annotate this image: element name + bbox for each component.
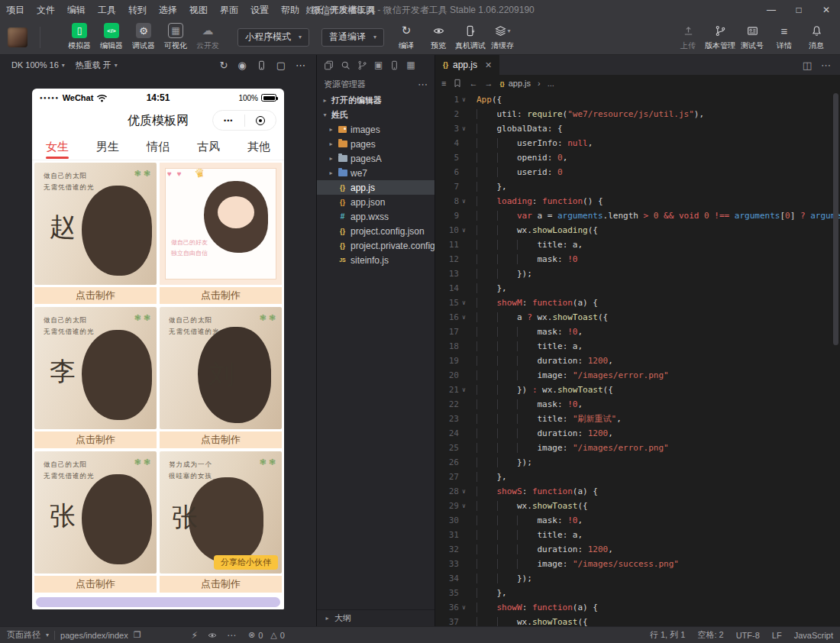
toolbar-version-button[interactable]: 版本管理 [704,23,736,51]
maximize-icon[interactable]: □ [785,0,813,20]
indent-setting[interactable]: 空格: 2 [697,629,723,641]
toolbar-debugger-button[interactable]: ⚙调试器 [128,23,160,51]
fold-icon[interactable]: ∨ [459,296,469,310]
fold-icon[interactable]: ∨ [459,121,469,136]
eol[interactable]: LF [772,631,782,640]
breadcrumb-file[interactable]: {} app.js [499,79,531,88]
toolbar-upload-button[interactable]: 上传 [672,23,704,51]
grid-icon[interactable]: ▦ [406,60,415,69]
hot-reload-toggle[interactable]: 热重载 开 ▾ [70,60,123,71]
menu-item[interactable]: 编辑 [61,0,92,20]
menu-item[interactable]: 界面 [214,0,244,20]
back-icon[interactable]: ← [469,79,477,88]
tab-active[interactable]: 女生 [32,134,82,160]
fold-icon[interactable]: ∨ [459,223,469,237]
tab-category[interactable]: 古风 [183,134,234,160]
search-icon[interactable] [341,60,351,70]
card-image[interactable]: 做自己的太阳无需凭借谁的光❃ ❃李 [34,307,157,429]
toolbar-cloud-button[interactable]: ☁云开发 [192,23,224,51]
toolbar-test-account-button[interactable]: 测试号 [736,23,768,51]
compile-mode-select[interactable]: 普通编译 ▾ [321,28,384,47]
more-icon[interactable]: ⋯ [296,60,305,70]
tree-item-project-config-json[interactable]: {}project.config.json [317,224,435,238]
make-button[interactable]: 点击制作 [160,576,282,593]
page-path-label[interactable]: 页面路径 [7,629,40,641]
toolbar-editor-button[interactable]: </>编辑器 [95,23,128,51]
tab-app-js[interactable]: {} app.js ✕ [435,55,499,75]
bookmark-icon[interactable] [453,79,462,88]
more-icon[interactable]: ⋯ [227,631,236,640]
fold-icon[interactable]: ∨ [459,484,469,499]
tab-category[interactable]: 情侣 [133,134,183,160]
record-icon[interactable]: ◉ [237,60,246,70]
make-button[interactable]: 点击制作 [160,287,282,304]
project-root[interactable]: ▾姓氏 [317,108,435,122]
tree-item-pages[interactable]: ▸pages [317,137,435,151]
tree-item-pagesA[interactable]: ▸pagesA [317,151,435,166]
more-menu-icon[interactable]: ••• [213,117,244,124]
make-button[interactable]: 点击制作 [34,431,157,448]
tab-category[interactable]: 男生 [82,134,133,160]
toolbar-clear-cache-button[interactable]: ▾清缓存 [486,23,519,51]
problems-counts[interactable]: ⊗ 0 △ 0 [248,631,285,640]
outline-section[interactable]: ▸ 大纲 [317,609,435,626]
eye-icon[interactable] [208,631,217,640]
fold-icon[interactable]: ∨ [459,600,469,615]
close-icon[interactable]: ✕ [485,60,492,70]
device-frame-icon[interactable] [257,60,267,70]
fold-icon[interactable]: ∨ [459,499,469,513]
menu-item[interactable]: 选择 [153,0,183,20]
tree-item-app-json[interactable]: {}app.json [317,195,435,209]
editor-scrollbar[interactable] [832,92,839,626]
version-icon[interactable] [357,60,367,70]
make-button[interactable]: 点击制作 [34,287,157,304]
menu-item[interactable]: 帮助 [275,0,305,20]
split-editor-icon[interactable]: ◫ [803,60,812,70]
toolbar-preview-button[interactable]: 预览 [422,23,454,51]
fold-icon[interactable]: ∨ [459,194,469,208]
minimize-icon[interactable]: — [758,0,785,20]
tree-item-project-private-config-js-[interactable]: {}project.private.config.js... [317,238,435,253]
package-icon[interactable]: ▣ [374,60,383,69]
cursor-position[interactable]: 行 1, 列 1 [650,629,685,641]
home-target-icon[interactable] [245,116,276,125]
mode-select[interactable]: 小程序模式 ▾ [237,28,309,47]
tree-item-siteinfo-js[interactable]: JSsiteinfo.js [317,253,435,267]
share-badge[interactable]: 分享给小伙伴 [214,555,278,570]
fold-icon[interactable]: ∨ [459,383,469,397]
toolbar-visualize-button[interactable]: ▦可视化 [160,23,192,51]
code-area[interactable]: App({ util: require("we7/resource/js/uti… [469,92,840,626]
more-icon[interactable]: ⋯ [418,79,428,90]
open-editors-section[interactable]: ▸打开的编辑器 [317,93,435,108]
tree-item-images[interactable]: ▸images [317,122,435,137]
rotate-icon[interactable]: ↻ [219,60,228,70]
device-icon[interactable] [389,60,399,70]
toolbar-details-button[interactable]: ≡详情 [768,23,800,51]
user-avatar[interactable] [8,27,27,47]
make-button[interactable]: 点击制作 [160,431,282,448]
tab-category[interactable]: 其他 [234,134,284,160]
frame-icon[interactable]: ▢ [276,60,286,70]
card-image[interactable]: 做自己的太阳无需凭借谁的光❃ ❃刘 [160,307,282,429]
tree-item-app-js[interactable]: {}app.js [317,180,435,195]
menu-item[interactable]: 视图 [183,0,214,20]
fold-icon[interactable]: ∨ [459,92,469,107]
menu-item[interactable]: 工具 [92,0,122,20]
more-icon[interactable]: ⋯ [821,60,831,70]
files-icon[interactable] [324,60,334,70]
menu-item[interactable]: 文件 [31,0,61,20]
editor-body[interactable]: 1∨23∨45678∨910∨1112131415∨16∨1718192021∨… [435,92,840,626]
forward-icon[interactable]: → [484,79,493,88]
copy-icon[interactable]: ❐ [134,631,141,639]
close-icon[interactable]: ✕ [813,0,840,20]
toolbar-simulator-button[interactable]: ▯模拟器 [63,23,95,51]
menu-item[interactable]: 设置 [244,0,275,20]
toolbar-compile-button[interactable]: ↻编译 [390,23,422,51]
make-button[interactable]: 点击制作 [34,576,157,593]
encoding[interactable]: UTF-8 [736,631,760,640]
toolbar-notification-button[interactable]: 消息 [800,23,832,51]
bolt-icon[interactable]: ⚡ [192,631,198,640]
fold-icon[interactable]: ∨ [459,310,469,325]
menu-item[interactable]: 项目 [0,0,31,20]
tree-item-we7[interactable]: ▸we7 [317,166,435,180]
